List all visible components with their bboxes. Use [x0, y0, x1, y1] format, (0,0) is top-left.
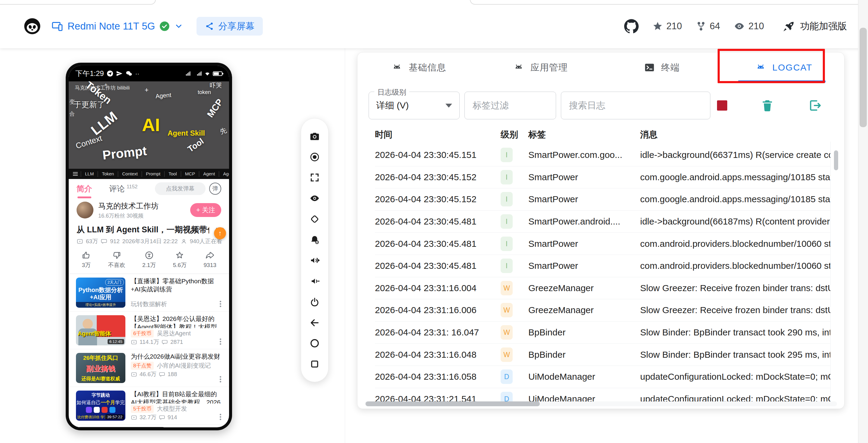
log-search-input[interactable]: [561, 92, 710, 119]
fork-stat[interactable]: 64: [696, 21, 720, 32]
more-options-icon[interactable]: [220, 301, 221, 302]
log-row[interactable]: 2026-04-04 23:31: 16.047 W BpBinder Slow…: [375, 321, 831, 344]
coin-button[interactable]: 2.1万: [142, 250, 156, 269]
like-button[interactable]: 3万: [82, 250, 91, 269]
log-row[interactable]: 2026-04-04 23:30:45.151 I SmartPower.com…: [375, 144, 831, 166]
android-icon: [513, 61, 525, 74]
tab-app-management[interactable]: 应用管理: [479, 53, 601, 83]
chapter-item[interactable]: Tool: [164, 171, 181, 177]
video-thumbnail[interactable]: 字节跳动 如何逼自己一个月学完 比付费强10倍 学完 39:57:22: [76, 390, 125, 421]
log-row[interactable]: 2026-04-04 23:31:16.048 W BpBinder Slow …: [375, 344, 831, 366]
item-title[interactable]: 【吴恩达】2026年公认最好的【Agent智能体】教程！大模型入门...: [131, 315, 222, 328]
log-row[interactable]: 2026-04-04 23:31:21.541 D UiModeManager …: [375, 388, 831, 403]
recents-button[interactable]: [308, 357, 321, 371]
volume-up-button[interactable]: [308, 254, 321, 267]
video-player[interactable]: 马克的技术工作坊 bilibili 于更新了 + + 变 合 Token Age…: [69, 82, 229, 169]
share-video-button[interactable]: 9313: [204, 251, 216, 268]
log-time: 2026-04-04 23:31:16.048: [375, 350, 501, 360]
share-screen-button[interactable]: 分享屏幕: [196, 17, 263, 36]
record-button[interactable]: [308, 150, 321, 164]
more-options-icon[interactable]: [220, 376, 221, 378]
item-title[interactable]: 【AI教程】目前B站最全最细的AI大模型零基础全套教程，2026最新版...: [131, 390, 222, 404]
home-button[interactable]: [308, 337, 321, 350]
edge-glyph: 变: [69, 98, 75, 105]
screenshot-button[interactable]: [308, 130, 321, 143]
log-row[interactable]: 2026-04-04 23:31:16.058 D UiModeManager …: [375, 366, 831, 388]
favorite-button[interactable]: 5.6万: [173, 250, 187, 269]
log-row[interactable]: 2026-04-04 23:30:45.481 I SmartPower com…: [375, 233, 831, 255]
chapter-strip[interactable]: LLMTokenContextPromptToolMCPAgentAgent S…: [69, 169, 229, 179]
tab-basic-info[interactable]: 基础信息: [358, 53, 479, 83]
uploader-avatar[interactable]: [76, 201, 93, 219]
back-button[interactable]: [308, 316, 321, 329]
danmaku-input[interactable]: 点我发弹幕: [155, 182, 206, 195]
chevron-down-icon[interactable]: [174, 22, 183, 31]
float-badge[interactable]: ↑: [214, 227, 226, 239]
app-logo-panda-icon[interactable]: [24, 18, 41, 35]
log-time: 2026-04-04 23:30:45.481: [375, 239, 501, 249]
rotate-screen-button[interactable]: [308, 213, 321, 226]
tab-terminal[interactable]: 终端: [601, 53, 723, 83]
table-scrollbar-horizontal[interactable]: [366, 402, 540, 406]
tab-logcat[interactable]: LOGCAT: [722, 53, 844, 83]
tag-filter-input[interactable]: [464, 92, 556, 119]
notification-settings-button[interactable]: [308, 233, 321, 247]
uploader-name[interactable]: 马克的技术工作坊: [98, 201, 158, 211]
edge-glyph: 合: [69, 110, 75, 118]
export-logs-button[interactable]: [808, 98, 823, 113]
log-table-body[interactable]: 2026-04-04 23:30:45.151 I SmartPower.com…: [358, 144, 844, 403]
clear-logs-button[interactable]: [761, 98, 775, 113]
danmaku-toggle[interactable]: 弹: [209, 183, 221, 195]
video-thumbnail[interactable]: 2天入门 Python数据分析 +AI应用 理论+实战=效率提升: [76, 278, 125, 308]
video-title[interactable]: 从 LLM 到 Agent Skill，一期视频带你打通底...: [76, 224, 209, 235]
star-stat[interactable]: 210: [652, 21, 682, 32]
volume-down-button[interactable]: [308, 275, 321, 288]
tab-comments[interactable]: 评论1152: [109, 184, 138, 194]
log-row[interactable]: 2026-04-04 23:30:45.481 I SmartPower.and…: [375, 211, 831, 233]
list-item[interactable]: Agent智能体 6:12:45 【吴恩达】2026年公认最好的【Agent智能…: [69, 312, 229, 349]
log-row[interactable]: 2026-04-04 23:30:45.152 I SmartPower com…: [375, 188, 831, 211]
thumb-word: Agent Skill: [167, 129, 205, 137]
list-item[interactable]: 2天入门 Python数据分析 +AI应用 理论+实战=效率提升 【直播课】零基…: [69, 274, 229, 312]
follow-button[interactable]: + 关注: [190, 203, 221, 217]
publish-date: 2026年3月14日 22:22: [122, 238, 178, 245]
log-row[interactable]: 2026-04-04 23:30:45.481 I SmartPower com…: [375, 255, 831, 277]
item-title[interactable]: 为什么2026做Ai副业更容易发财: [131, 352, 222, 360]
log-row[interactable]: 2026-04-04 23:31:16.004 W GreezeManager …: [375, 277, 831, 299]
visibility-button[interactable]: [308, 192, 321, 205]
window-scrollbar[interactable]: [860, 28, 867, 127]
dislike-button[interactable]: 不喜欢: [108, 250, 125, 269]
chapters-menu-icon[interactable]: [73, 172, 78, 176]
chapter-item[interactable]: Agent: [199, 171, 219, 177]
list-item[interactable]: 字节跳动 如何逼自己一个月学完 比付费强10倍 学完 39:57:22 【AI教…: [69, 387, 229, 424]
stop-logcat-button[interactable]: [717, 100, 727, 110]
log-level-select[interactable]: 日志级别 详细 (V): [369, 92, 460, 119]
item-title[interactable]: 【直播课】零基础Python数据+AI实战训练营: [131, 277, 222, 293]
video-thumbnail[interactable]: 26年抓住风口 副业搞钱 还得是AI赛道权威: [76, 353, 125, 383]
tab-intro[interactable]: 简介: [76, 179, 92, 198]
more-options-icon[interactable]: [220, 339, 221, 340]
device-selector[interactable]: Redmi Note 11T 5G: [51, 20, 183, 32]
power-button[interactable]: [308, 295, 321, 309]
video-title-row: 从 LLM 到 Agent Skill，一期视频带你打通底...: [69, 222, 229, 235]
enhanced-version-link[interactable]: 功能加强版: [783, 20, 847, 33]
log-row[interactable]: 2026-04-04 23:30:45.152 I SmartPower com…: [375, 166, 831, 189]
danmaku-count: 912: [110, 238, 120, 245]
chapter-item[interactable]: LLM: [81, 171, 98, 177]
github-link[interactable]: [624, 19, 639, 33]
phone-mirror[interactable]: 下午1:29 ·· 马克的技术工作坊 bilibili 于更新了 + + 变 合: [66, 63, 232, 430]
phone-screen[interactable]: 下午1:29 ·· 马克的技术工作坊 bilibili 于更新了 + + 变 合: [69, 66, 229, 427]
eye-icon: [734, 21, 745, 32]
chapter-item[interactable]: Context: [118, 171, 142, 177]
more-options-icon[interactable]: [220, 414, 221, 415]
chapter-item[interactable]: Token: [98, 171, 118, 177]
chapter-item[interactable]: MCP: [181, 171, 199, 177]
chapter-item[interactable]: Agent Skill: [219, 171, 229, 177]
log-row[interactable]: 2026-04-04 23:31:16.006 W GreezeManager …: [375, 299, 831, 321]
fullscreen-button[interactable]: [308, 171, 321, 184]
table-scrollbar-vertical[interactable]: [834, 150, 838, 170]
video-thumbnail[interactable]: Agent智能体 6:12:45: [76, 315, 125, 345]
chapter-item[interactable]: Prompt: [142, 171, 164, 177]
list-item[interactable]: 26年抓住风口 副业搞钱 还得是AI赛道权威 为什么2026做Ai副业更容易发财…: [69, 349, 229, 387]
watchers-stat[interactable]: 210: [734, 21, 764, 32]
